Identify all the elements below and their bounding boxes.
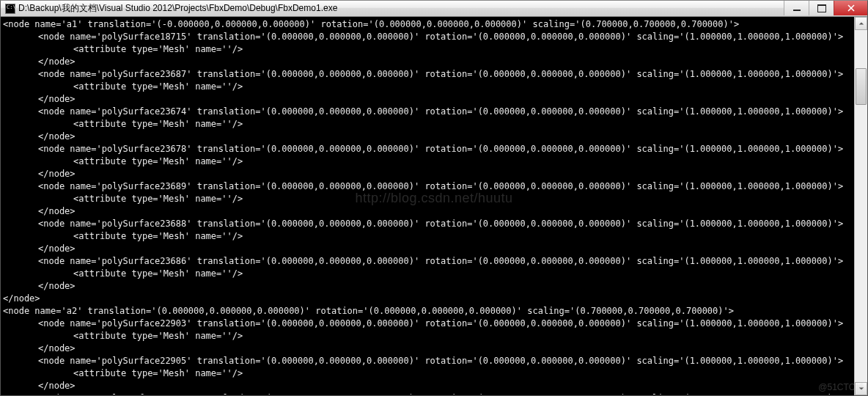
- chevron-down-icon: [858, 386, 864, 392]
- console-line: </node>: [3, 243, 854, 255]
- app-icon: [5, 4, 15, 14]
- console-line: <node name='polySurface22903' translatio…: [3, 318, 854, 330]
- console-line: <attribute type='Mesh' name=''/>: [3, 81, 854, 93]
- console-line: </node>: [3, 168, 854, 180]
- console-line: <node name='polySurface23689' translatio…: [3, 180, 854, 193]
- console-line: <node name='polySurface18715' translatio…: [3, 31, 854, 43]
- scroll-thumb[interactable]: [856, 68, 867, 105]
- console-line: <attribute type='Mesh' name=''/>: [3, 330, 854, 342]
- maximize-button[interactable]: [809, 1, 834, 15]
- console-line: </node>: [3, 342, 854, 355]
- minimize-button[interactable]: [784, 1, 809, 15]
- console-line: </node>: [3, 293, 854, 305]
- console-line: <node name='polySurface22904' translatio…: [3, 392, 854, 395]
- scroll-down-button[interactable]: [855, 382, 867, 395]
- console-output[interactable]: <node name='a1' translation='(-0.000000,…: [1, 17, 854, 395]
- console-line: <attribute type='Mesh' name=''/>: [3, 118, 854, 131]
- console-line: </node>: [3, 131, 854, 143]
- console-line: <attribute type='Mesh' name=''/>: [3, 230, 854, 243]
- console-line: </node>: [3, 93, 854, 106]
- console-line: <node name='polySurface23686' translatio…: [3, 255, 854, 268]
- titlebar[interactable]: D:\Backup\我的文档\Visual Studio 2012\Projec…: [1, 1, 867, 17]
- close-icon: [847, 4, 855, 12]
- console-line: <node name='polySurface22905' translatio…: [3, 355, 854, 367]
- window-title: D:\Backup\我的文档\Visual Studio 2012\Projec…: [18, 2, 337, 15]
- console-line: </node>: [3, 205, 854, 218]
- scroll-up-button[interactable]: [855, 17, 867, 30]
- window-buttons: [784, 1, 867, 16]
- console-line: <node name='a1' translation='(-0.000000,…: [3, 18, 854, 31]
- console-line: <attribute type='Mesh' name=''/>: [3, 367, 854, 380]
- console-line: </node>: [3, 56, 854, 68]
- vertical-scrollbar[interactable]: [854, 17, 867, 395]
- console-line: <attribute type='Mesh' name=''/>: [3, 43, 854, 56]
- console-line: <node name='polySurface23674' translatio…: [3, 106, 854, 118]
- chevron-up-icon: [858, 21, 864, 26]
- console-window: D:\Backup\我的文档\Visual Studio 2012\Projec…: [0, 0, 868, 396]
- close-button[interactable]: [834, 1, 867, 15]
- console-line: <node name='a2' translation='(0.000000,0…: [3, 305, 854, 318]
- console-line: <node name='polySurface23678' translatio…: [3, 143, 854, 155]
- console-line: <node name='polySurface23687' translatio…: [3, 68, 854, 81]
- console-line: <node name='polySurface23688' translatio…: [3, 218, 854, 230]
- console-line: <attribute type='Mesh' name=''/>: [3, 268, 854, 280]
- console-line: </node>: [3, 380, 854, 392]
- console-line: <attribute type='Mesh' name=''/>: [3, 193, 854, 205]
- console-line: <attribute type='Mesh' name=''/>: [3, 155, 854, 168]
- console-line: </node>: [3, 280, 854, 293]
